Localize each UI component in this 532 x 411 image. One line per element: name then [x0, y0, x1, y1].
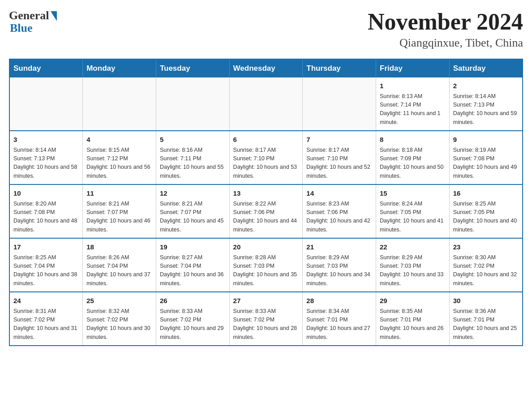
day-number: 1: [380, 81, 446, 91]
day-number: 10: [13, 188, 79, 199]
calendar-cell: 7Sunrise: 8:17 AM Sunset: 7:10 PM Daylig…: [303, 131, 376, 184]
day-info: Sunrise: 8:13 AM Sunset: 7:14 PM Dayligh…: [380, 92, 446, 127]
calendar-cell: 14Sunrise: 8:23 AM Sunset: 7:06 PM Dayli…: [303, 184, 376, 238]
calendar-table: SundayMondayTuesdayWednesdayThursdayFrid…: [9, 59, 523, 346]
day-number: 5: [160, 135, 226, 145]
day-info: Sunrise: 8:26 AM Sunset: 7:04 PM Dayligh…: [86, 253, 152, 288]
day-number: 8: [380, 135, 446, 145]
day-info: Sunrise: 8:34 AM Sunset: 7:01 PM Dayligh…: [306, 307, 372, 342]
weekday-header-monday: Monday: [83, 59, 156, 77]
day-number: 2: [453, 81, 519, 91]
day-info: Sunrise: 8:29 AM Sunset: 7:03 PM Dayligh…: [380, 253, 446, 288]
day-number: 18: [86, 242, 152, 253]
calendar-week-1: 1Sunrise: 8:13 AM Sunset: 7:14 PM Daylig…: [9, 77, 523, 131]
calendar-cell: [83, 77, 156, 131]
calendar-cell: 26Sunrise: 8:33 AM Sunset: 7:02 PM Dayli…: [156, 292, 229, 346]
calendar-cell: 20Sunrise: 8:28 AM Sunset: 7:03 PM Dayli…: [229, 238, 303, 292]
calendar-week-3: 10Sunrise: 8:20 AM Sunset: 7:08 PM Dayli…: [9, 184, 523, 238]
location-title: Qiangqinxue, Tibet, China: [368, 36, 523, 50]
calendar-cell: 27Sunrise: 8:33 AM Sunset: 7:02 PM Dayli…: [229, 292, 303, 346]
calendar-cell: 17Sunrise: 8:25 AM Sunset: 7:04 PM Dayli…: [9, 238, 83, 292]
calendar-cell: 1Sunrise: 8:13 AM Sunset: 7:14 PM Daylig…: [376, 77, 450, 131]
day-number: 3: [13, 135, 79, 145]
calendar-cell: 24Sunrise: 8:31 AM Sunset: 7:02 PM Dayli…: [9, 292, 83, 346]
day-number: 21: [306, 242, 372, 253]
day-number: 17: [13, 242, 79, 253]
day-number: 14: [306, 188, 372, 199]
calendar-cell: 18Sunrise: 8:26 AM Sunset: 7:04 PM Dayli…: [83, 238, 156, 292]
calendar-cell: 21Sunrise: 8:29 AM Sunset: 7:03 PM Dayli…: [303, 238, 376, 292]
day-number: 26: [160, 296, 226, 306]
weekday-header-saturday: Saturday: [449, 59, 523, 77]
day-number: 12: [160, 188, 226, 199]
calendar-cell: 19Sunrise: 8:27 AM Sunset: 7:04 PM Dayli…: [156, 238, 229, 292]
logo: General Blue: [9, 9, 57, 35]
calendar-cell: 22Sunrise: 8:29 AM Sunset: 7:03 PM Dayli…: [376, 238, 450, 292]
day-info: Sunrise: 8:17 AM Sunset: 7:10 PM Dayligh…: [233, 146, 299, 181]
day-number: 29: [380, 296, 446, 306]
day-number: 25: [86, 296, 152, 306]
day-number: 7: [306, 135, 372, 145]
calendar-cell: 8Sunrise: 8:18 AM Sunset: 7:09 PM Daylig…: [376, 131, 450, 184]
logo-blue-text: Blue: [9, 21, 33, 35]
day-info: Sunrise: 8:35 AM Sunset: 7:01 PM Dayligh…: [380, 307, 446, 342]
day-info: Sunrise: 8:36 AM Sunset: 7:01 PM Dayligh…: [453, 307, 519, 342]
day-number: 22: [380, 242, 446, 253]
day-number: 16: [453, 188, 519, 199]
day-number: 19: [160, 242, 226, 253]
calendar-cell: [229, 77, 303, 131]
day-number: 20: [233, 242, 299, 253]
day-info: Sunrise: 8:31 AM Sunset: 7:02 PM Dayligh…: [13, 307, 79, 342]
calendar-cell: 15Sunrise: 8:24 AM Sunset: 7:05 PM Dayli…: [376, 184, 450, 238]
day-info: Sunrise: 8:14 AM Sunset: 7:13 PM Dayligh…: [13, 146, 79, 181]
calendar-cell: 13Sunrise: 8:22 AM Sunset: 7:06 PM Dayli…: [229, 184, 303, 238]
calendar-cell: 3Sunrise: 8:14 AM Sunset: 7:13 PM Daylig…: [9, 131, 83, 184]
day-info: Sunrise: 8:30 AM Sunset: 7:02 PM Dayligh…: [453, 253, 519, 288]
day-info: Sunrise: 8:33 AM Sunset: 7:02 PM Dayligh…: [160, 307, 226, 342]
day-number: 11: [86, 188, 152, 199]
calendar-cell: 9Sunrise: 8:19 AM Sunset: 7:08 PM Daylig…: [449, 131, 523, 184]
calendar-header-row: SundayMondayTuesdayWednesdayThursdayFrid…: [9, 59, 523, 77]
logo-general-text: General: [9, 9, 49, 22]
calendar-cell: 5Sunrise: 8:16 AM Sunset: 7:11 PM Daylig…: [156, 131, 229, 184]
calendar-cell: 29Sunrise: 8:35 AM Sunset: 7:01 PM Dayli…: [376, 292, 450, 346]
day-number: 4: [86, 135, 152, 145]
calendar-week-2: 3Sunrise: 8:14 AM Sunset: 7:13 PM Daylig…: [9, 131, 523, 184]
day-info: Sunrise: 8:27 AM Sunset: 7:04 PM Dayligh…: [160, 253, 226, 288]
weekday-header-wednesday: Wednesday: [229, 59, 303, 77]
day-info: Sunrise: 8:33 AM Sunset: 7:02 PM Dayligh…: [233, 307, 299, 342]
calendar-cell: [9, 77, 83, 131]
calendar-cell: 16Sunrise: 8:25 AM Sunset: 7:05 PM Dayli…: [449, 184, 523, 238]
calendar-week-5: 24Sunrise: 8:31 AM Sunset: 7:02 PM Dayli…: [9, 292, 523, 346]
month-title: November 2024: [368, 9, 523, 34]
day-info: Sunrise: 8:32 AM Sunset: 7:02 PM Dayligh…: [86, 307, 152, 342]
weekday-header-tuesday: Tuesday: [156, 59, 229, 77]
day-number: 28: [306, 296, 372, 306]
day-info: Sunrise: 8:24 AM Sunset: 7:05 PM Dayligh…: [380, 200, 446, 235]
day-info: Sunrise: 8:16 AM Sunset: 7:11 PM Dayligh…: [160, 146, 226, 181]
calendar-cell: 10Sunrise: 8:20 AM Sunset: 7:08 PM Dayli…: [9, 184, 83, 238]
calendar-cell: 12Sunrise: 8:21 AM Sunset: 7:07 PM Dayli…: [156, 184, 229, 238]
day-info: Sunrise: 8:22 AM Sunset: 7:06 PM Dayligh…: [233, 200, 299, 235]
logo-arrow-icon: [51, 11, 57, 21]
day-info: Sunrise: 8:19 AM Sunset: 7:08 PM Dayligh…: [453, 146, 519, 181]
calendar-cell: 11Sunrise: 8:21 AM Sunset: 7:07 PM Dayli…: [83, 184, 156, 238]
weekday-header-friday: Friday: [376, 59, 450, 77]
day-number: 27: [233, 296, 299, 306]
page-header: General Blue November 2024 Qiangqinxue, …: [9, 9, 523, 50]
weekday-header-thursday: Thursday: [303, 59, 376, 77]
day-info: Sunrise: 8:28 AM Sunset: 7:03 PM Dayligh…: [233, 253, 299, 288]
day-info: Sunrise: 8:15 AM Sunset: 7:12 PM Dayligh…: [86, 146, 152, 181]
weekday-header-sunday: Sunday: [9, 59, 83, 77]
day-info: Sunrise: 8:20 AM Sunset: 7:08 PM Dayligh…: [13, 200, 79, 235]
day-info: Sunrise: 8:29 AM Sunset: 7:03 PM Dayligh…: [306, 253, 372, 288]
calendar-cell: 23Sunrise: 8:30 AM Sunset: 7:02 PM Dayli…: [449, 238, 523, 292]
day-number: 13: [233, 188, 299, 199]
calendar-cell: 6Sunrise: 8:17 AM Sunset: 7:10 PM Daylig…: [229, 131, 303, 184]
calendar-week-4: 17Sunrise: 8:25 AM Sunset: 7:04 PM Dayli…: [9, 238, 523, 292]
calendar-cell: [156, 77, 229, 131]
day-info: Sunrise: 8:14 AM Sunset: 7:13 PM Dayligh…: [453, 92, 519, 127]
day-number: 30: [453, 296, 519, 306]
day-number: 24: [13, 296, 79, 306]
day-number: 6: [233, 135, 299, 145]
